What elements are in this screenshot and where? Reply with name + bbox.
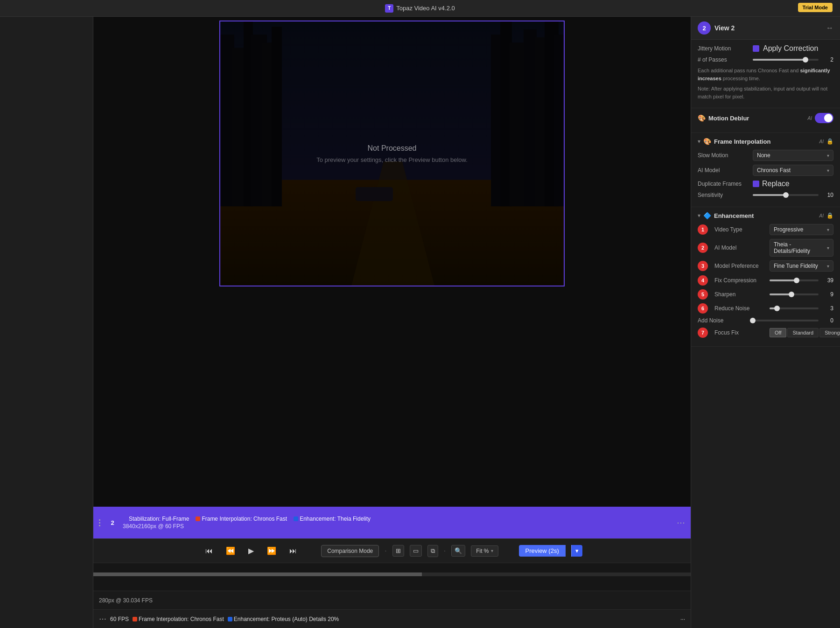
sharpen-label: Sharpen — [714, 291, 766, 298]
video-info-text: Stabilization: Full-Frame Frame Interpol… — [123, 516, 673, 530]
fix-compression-row: 4 Fix Compression 39 — [698, 275, 833, 286]
sensitivity-slider-thumb[interactable] — [783, 192, 789, 198]
focus-fix-off-button[interactable]: Off — [770, 328, 786, 337]
reduce-noise-thumb[interactable] — [774, 306, 780, 311]
motion-deblur-title: Motion Deblur — [708, 115, 805, 122]
svg-rect-3 — [232, 48, 244, 207]
stabilization-color-dot — [123, 516, 127, 521]
step-forward-button[interactable]: ⏩ — [263, 544, 280, 557]
track-menu-button[interactable]: ⋯ — [99, 614, 106, 623]
single-view-button[interactable]: ▭ — [410, 545, 422, 557]
main-layout: Not Processed To preview your settings, … — [0, 17, 840, 628]
frame-interp-chevron[interactable]: ▾ — [698, 138, 700, 145]
focus-fix-standard-button[interactable]: Standard — [787, 328, 819, 337]
frame-interp-ai-model-dropdown[interactable]: Chronos Fast ▾ — [753, 165, 833, 176]
add-noise-slider[interactable] — [753, 320, 819, 321]
skip-to-start-button[interactable]: ⏮ — [202, 545, 217, 557]
enhancement-ai: AI — [819, 213, 824, 218]
comparison-mode-button[interactable]: Comparison Mode — [321, 545, 379, 557]
passes-info: Each additional pass runs Chronos Fast a… — [698, 67, 833, 82]
bottom-frame-interp: Frame Interpolation: Chronos Fast — [133, 616, 224, 622]
track-info-line: Stabilization: Full-Frame Frame Interpol… — [123, 516, 673, 522]
dot-separator: · — [385, 547, 386, 555]
slow-motion-arrow: ▾ — [827, 153, 829, 158]
trial-mode-badge: Trial Mode — [798, 3, 833, 12]
num-badge-2: 2 — [698, 243, 708, 253]
step-back-button[interactable]: ⏪ — [222, 544, 239, 557]
timeline-progress — [93, 572, 422, 576]
sensitivity-slider-track[interactable] — [753, 194, 819, 196]
duplicate-frames-row: Duplicate Frames Replace — [698, 180, 833, 188]
fit-percent-dropdown[interactable]: Fit % ▾ — [471, 545, 498, 557]
add-noise-thumb[interactable] — [750, 318, 756, 323]
bottom-fps-text: 60 FPS — [110, 616, 129, 622]
frame-interp-text: Frame Interpolation: Chronos Fast — [202, 516, 287, 522]
enhancement-info: Enhancement: Theia Fidelity — [294, 516, 371, 522]
enh-ai-model-arrow: ▾ — [827, 245, 829, 251]
focus-fix-strong-button[interactable]: Strong — [819, 328, 840, 337]
motion-deblur-toggle[interactable] — [815, 113, 833, 123]
frame-interp-info: Frame Interpolation: Chronos Fast — [196, 516, 287, 522]
add-noise-row: Add Noise 0 — [698, 317, 833, 324]
passes-slider-thumb[interactable] — [803, 57, 808, 63]
timeline-bar[interactable] — [93, 572, 691, 576]
sharpen-thumb[interactable] — [789, 292, 794, 297]
model-preference-row: 3 Model Preference Fine Tune Fidelity ▾ — [698, 260, 833, 272]
enhancement-chevron[interactable]: ▾ — [698, 212, 700, 219]
video-type-dropdown[interactable]: Progressive ▾ — [770, 224, 833, 235]
play-pause-button[interactable]: ▶ — [245, 544, 258, 557]
three-dots-menu-video[interactable] — [99, 519, 100, 526]
view2-badge: 2 — [698, 21, 711, 35]
svg-rect-14 — [554, 35, 564, 206]
skip-to-end-button[interactable]: ⏭ — [286, 545, 301, 557]
passes-label: # of Passes — [698, 56, 749, 63]
enh-ai-model-dropdown[interactable]: Theia - Details/Fidelity ▾ — [770, 239, 833, 257]
dots-icon — [99, 519, 100, 526]
reduce-noise-label: Reduce Noise — [714, 305, 766, 312]
topaz-logo-icon: T — [385, 4, 393, 13]
num-badge-1: 1 — [698, 224, 708, 235]
motion-deblur-ai: AI — [808, 116, 812, 121]
pip-view-button[interactable]: ⧉ — [427, 545, 438, 557]
frame-interp-icon: 🎨 — [703, 138, 711, 145]
enhancement-lock-icon: 🔒 — [826, 212, 833, 219]
collapse-icon[interactable]: ↔ — [826, 24, 833, 32]
jittery-motion-label: Jittery Motion — [698, 45, 749, 52]
passes-info1: Each additional pass runs Chronos Fast a… — [698, 68, 798, 73]
enhancement-title: Enhancement — [714, 212, 817, 219]
passes-slider-track[interactable] — [753, 59, 819, 61]
preview-dropdown-arrow[interactable]: ▾ — [571, 545, 582, 557]
apply-correction-checkbox[interactable] — [753, 45, 759, 52]
enhancement-text: Enhancement: Theia Fidelity — [300, 516, 371, 522]
slow-motion-dropdown[interactable]: None ▾ — [753, 150, 833, 161]
reduce-noise-slider[interactable] — [770, 307, 819, 309]
split-view-button[interactable]: ⊞ — [392, 545, 404, 557]
duplicate-frames-checkbox[interactable] — [753, 181, 759, 187]
preview-button[interactable]: Preview (2s) — [519, 545, 566, 557]
video-track-menu-icon[interactable]: ⋯ — [677, 517, 685, 528]
right-content: Jittery Motion Apply Correction # of Pas… — [691, 40, 840, 628]
bottom-frame-interp-dot — [133, 617, 137, 621]
zoom-button[interactable]: 🔍 — [451, 545, 465, 557]
bottom-track-options[interactable]: ··· — [680, 616, 685, 622]
playback-controls: ⏮ ⏪ ▶ ⏩ ⏭ Comparison Mode · ⊞ ▭ ⧉ · 🔍 Fi… — [93, 538, 691, 563]
video-type-row: 1 Video Type Progressive ▾ — [698, 224, 833, 235]
enhancement-section: ▾ 🔷 Enhancement AI 🔒 1 Video Type Progre… — [691, 207, 840, 347]
fix-compression-slider[interactable] — [770, 279, 819, 281]
num-badge-3: 3 — [698, 261, 708, 271]
duplicate-frames-label: Duplicate Frames — [698, 181, 749, 187]
sharpen-slider[interactable] — [770, 293, 819, 295]
reduce-noise-slider-row: 3 — [770, 305, 833, 312]
num-badge-7: 7 — [698, 328, 708, 338]
svg-rect-16 — [356, 187, 393, 201]
enhancement-color-dot — [294, 516, 298, 521]
model-preference-dropdown[interactable]: Fine Tune Fidelity ▾ — [770, 260, 833, 272]
sharpen-row: 5 Sharpen 9 — [698, 289, 833, 300]
num-badge-5: 5 — [698, 289, 708, 300]
fit-label: Fit % — [476, 548, 489, 554]
num-badge-6: 6 — [698, 303, 708, 314]
passes-row: # of Passes 2 — [698, 56, 833, 63]
fix-compression-value: 39 — [822, 277, 833, 284]
model-preference-value: Fine Tune Fidelity — [774, 263, 818, 269]
fix-compression-thumb[interactable] — [794, 278, 799, 283]
